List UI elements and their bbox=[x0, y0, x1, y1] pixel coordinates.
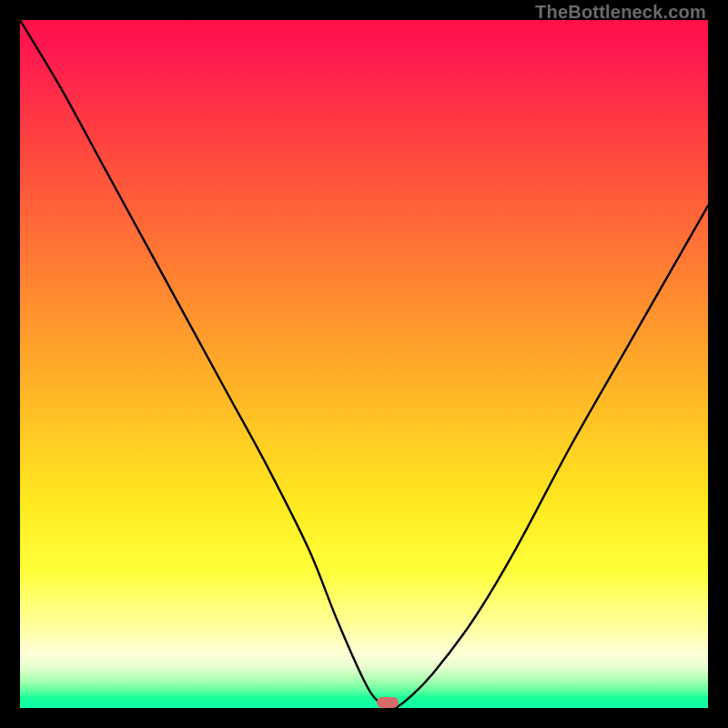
bottleneck-curve bbox=[20, 20, 708, 708]
chart-frame: TheBottleneck.com bbox=[0, 0, 728, 728]
optimal-marker bbox=[377, 697, 399, 708]
plot-area bbox=[20, 20, 708, 708]
watermark-text: TheBottleneck.com bbox=[535, 2, 706, 23]
